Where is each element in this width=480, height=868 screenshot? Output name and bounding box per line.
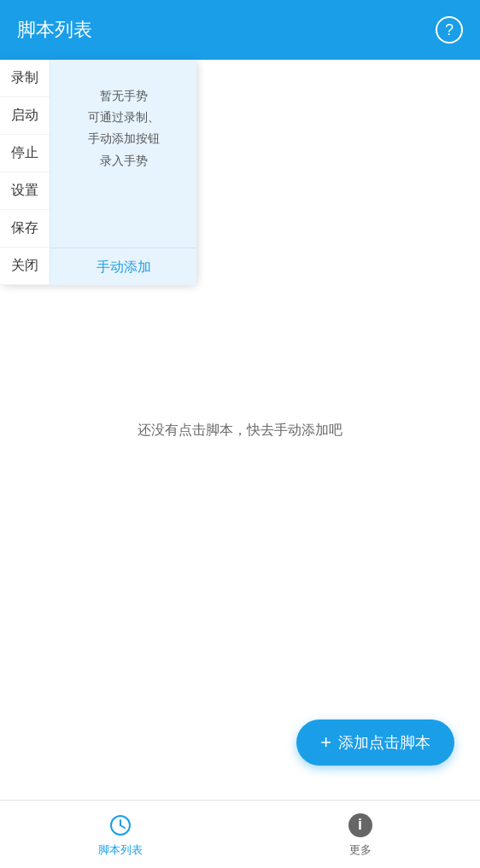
clock-icon bbox=[107, 812, 134, 839]
sidebar-item-settings[interactable]: 设置 bbox=[0, 172, 50, 210]
plus-icon: + bbox=[320, 731, 331, 754]
bottom-navigation: 脚本列表 i 更多 bbox=[0, 800, 480, 868]
sidebar-item-close[interactable]: 关闭 bbox=[0, 248, 50, 285]
info-icon: i bbox=[347, 812, 374, 839]
nav-label-scripts: 脚本列表 bbox=[98, 842, 143, 858]
sidebar-item-stop[interactable]: 停止 bbox=[0, 135, 50, 172]
dropdown-panel: 录制 启动 停止 设置 保存 关闭 暂无手势 可通过录制、 手动添加按钮 bbox=[0, 60, 196, 285]
manual-add-button[interactable]: 手动添加 bbox=[50, 248, 196, 285]
empty-state-text: 还没有点击脚本，快去手动添加吧 bbox=[138, 421, 342, 439]
nav-item-scripts[interactable]: 脚本列表 bbox=[0, 812, 240, 858]
sidebar-item-save[interactable]: 保存 bbox=[0, 210, 50, 248]
sidebar-item-start[interactable]: 启动 bbox=[0, 97, 50, 135]
add-script-fab-button[interactable]: + 添加点击脚本 bbox=[296, 719, 454, 766]
page-title: 脚本列表 bbox=[17, 17, 92, 43]
nav-item-more[interactable]: i 更多 bbox=[240, 812, 480, 858]
main-content: 录制 启动 停止 设置 保存 关闭 暂无手势 可通过录制、 手动添加按钮 bbox=[0, 60, 480, 800]
header: 脚本列表 ? bbox=[0, 0, 480, 60]
svg-line-2 bbox=[120, 825, 125, 828]
nav-label-more: 更多 bbox=[349, 842, 372, 858]
question-icon: ? bbox=[445, 21, 454, 39]
gesture-empty-hint: 暂无手势 可通过录制、 手动添加按钮 录入手势 bbox=[75, 60, 173, 248]
dropdown-sidebar: 录制 启动 停止 设置 保存 关闭 bbox=[0, 60, 50, 285]
gesture-content-area: 暂无手势 可通过录制、 手动添加按钮 录入手势 手动添加 bbox=[50, 60, 196, 285]
sidebar-item-record[interactable]: 录制 bbox=[0, 60, 50, 97]
help-button[interactable]: ? bbox=[436, 16, 463, 44]
fab-label: 添加点击脚本 bbox=[338, 732, 430, 753]
